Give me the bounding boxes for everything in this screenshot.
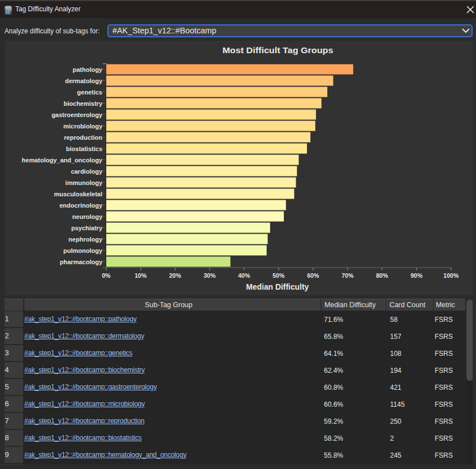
svg-text:70%: 70% [341,272,354,279]
svg-text:genetics: genetics [77,89,102,96]
svg-text:40%: 40% [238,272,250,279]
svg-text:musculoskeletal: musculoskeletal [54,191,102,197]
svg-text:gastroenterology: gastroenterology [51,111,103,118]
svg-text:0%: 0% [102,272,111,279]
svg-text:endocrinology: endocrinology [59,202,103,209]
svg-text:100%: 100% [443,272,459,279]
svg-text:pathology: pathology [72,66,102,73]
svg-text:50%: 50% [272,272,285,279]
svg-text:20%: 20% [169,272,181,279]
svg-text:reproduction: reproduction [64,134,102,141]
svg-text:Most Difficult Tag Groups: Most Difficult Tag Groups [222,45,333,55]
svg-text:biochemistry: biochemistry [64,100,103,107]
svg-text:80%: 80% [376,272,388,279]
svg-text:10%: 10% [135,272,147,279]
svg-text:neurology: neurology [72,213,103,220]
svg-text:90%: 90% [410,272,423,279]
svg-text:cardiology: cardiology [71,168,103,175]
svg-text:dermatology: dermatology [65,78,103,84]
svg-text:immunology: immunology [66,179,103,186]
svg-text:psychiatry: psychiatry [71,225,103,231]
svg-text:microbiology: microbiology [63,123,103,130]
svg-text:60%: 60% [307,272,319,279]
svg-text:Median Difficulty: Median Difficulty [246,282,309,291]
svg-text:biostatistics: biostatistics [66,145,102,152]
svg-text:pulmonology: pulmonology [63,247,103,254]
svg-text:30%: 30% [204,272,216,279]
svg-text:hematology_and_oncology: hematology_and_oncology [22,157,103,163]
svg-text:pharmacology: pharmacology [60,259,103,265]
svg-text:nephrology: nephrology [68,236,103,243]
